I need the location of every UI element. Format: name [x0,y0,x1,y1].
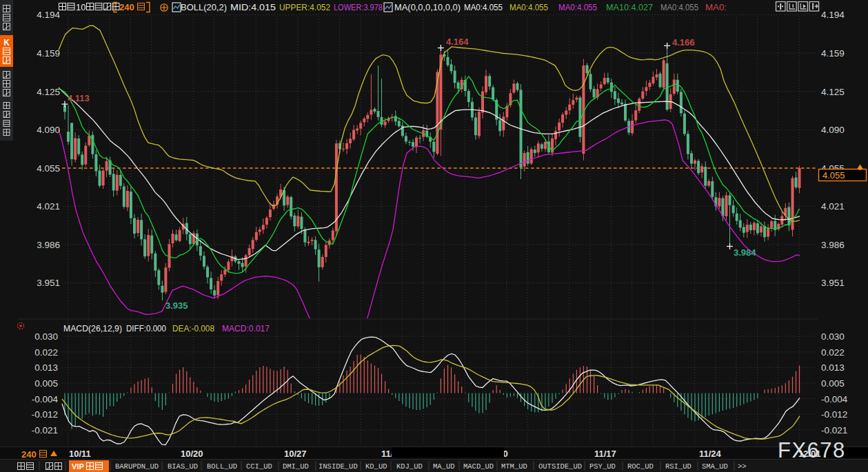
svg-text:240: 240 [119,2,134,12]
svg-text:4.090: 4.090 [821,125,845,135]
svg-text:MACD:0.017: MACD:0.017 [222,323,270,334]
svg-text:0.022: 0.022 [821,347,845,358]
svg-text:BARUPDN_UD: BARUPDN_UD [115,462,159,471]
svg-text:-0.021: -0.021 [32,425,58,435]
svg-text:MID:4.015: MID:4.015 [230,2,276,12]
svg-text:MA0:4.055: MA0:4.055 [509,2,548,12]
svg-text:4.125: 4.125 [37,87,60,97]
svg-text:0.022: 0.022 [34,347,58,358]
svg-text:MTM_UD: MTM_UD [501,462,527,471]
svg-text:0.013: 0.013 [34,362,58,373]
svg-text:RSI_UD: RSI_UD [665,462,692,471]
svg-text:11/17: 11/17 [594,449,616,459]
svg-text:3.986: 3.986 [821,240,845,250]
svg-text:4.159: 4.159 [821,48,845,59]
svg-text:INSIDE_UD: INSIDE_UD [319,462,358,471]
svg-text:BOLL_UD: BOLL_UD [207,462,237,471]
svg-text:SMA_UD: SMA_UD [702,462,728,471]
svg-text:10: 10 [76,2,85,12]
svg-text:UPPER:4.052: UPPER:4.052 [279,2,330,12]
svg-text:KDJ_UD: KDJ_UD [396,462,423,471]
svg-text:10/27: 10/27 [284,449,307,459]
svg-text:-0.012: -0.012 [32,409,58,420]
svg-text:3.951: 3.951 [821,278,845,288]
svg-text:MA_UD: MA_UD [433,462,455,471]
svg-text:KD_UD: KD_UD [365,462,387,471]
svg-text:0.030: 0.030 [821,331,845,342]
svg-text:OUTSIDE_UD: OUTSIDE_UD [538,462,582,471]
svg-text:VIP: VIP [72,462,84,471]
svg-text:-0.004: -0.004 [32,394,59,404]
svg-text:-0.021: -0.021 [821,425,847,435]
svg-text:4.164: 4.164 [446,37,469,47]
svg-text:CCI_UD: CCI_UD [246,462,272,471]
svg-text:4.166: 4.166 [672,37,695,48]
svg-text:11/24: 11/24 [699,449,722,459]
svg-text:4.021: 4.021 [821,201,845,212]
svg-text:MA0:4.055: MA0:4.055 [464,2,503,12]
svg-text:3.935: 3.935 [165,300,188,311]
svg-text:-0.012: -0.012 [821,409,847,420]
svg-text:ROC_UD: ROC_UD [627,462,654,471]
svg-text:MACD(26,12,9): MACD(26,12,9) [63,323,122,334]
svg-text:MA10:4.027: MA10:4.027 [606,2,653,12]
svg-text:10/11: 10/11 [69,449,91,459]
svg-text:3.986: 3.986 [37,240,60,250]
svg-text:LOWER:3.978: LOWER:3.978 [334,2,383,12]
svg-text:DMI_UD: DMI_UD [283,462,309,471]
svg-text:PSY_UD: PSY_UD [589,462,616,471]
svg-text:4.090: 4.090 [37,125,60,135]
svg-text:K: K [3,38,10,48]
svg-text:4.021: 4.021 [37,201,60,212]
svg-text:MACD_UD: MACD_UD [463,462,494,471]
svg-text:-0.004: -0.004 [821,394,848,404]
svg-text:4.194: 4.194 [821,10,845,20]
svg-text:4.125: 4.125 [821,87,845,97]
svg-text:0.005: 0.005 [821,378,845,389]
svg-text:MA0:4.055: MA0:4.055 [660,2,698,12]
svg-text:DIFF:0.000: DIFF:0.000 [126,323,166,334]
svg-text:10/20: 10/20 [181,449,203,459]
svg-text:4.194: 4.194 [37,10,60,20]
svg-text:0.013: 0.013 [821,362,845,373]
svg-text:3.951: 3.951 [37,278,60,288]
svg-text:MA(0,0,0,10,0,0): MA(0,0,0,10,0,0) [394,2,461,12]
svg-text:4.055: 4.055 [37,163,60,174]
svg-text:240: 240 [21,449,37,460]
svg-text:DEA:-0.008: DEA:-0.008 [172,323,214,334]
svg-text:MA0:: MA0: [705,2,727,12]
svg-text:0.005: 0.005 [34,378,58,389]
svg-text:BIAS_UD: BIAS_UD [168,462,198,471]
svg-text:4.159: 4.159 [37,48,60,59]
svg-text:4.055: 4.055 [822,170,845,181]
svg-text:FX678: FX678 [778,438,846,462]
svg-text:MA0:4.055: MA0:4.055 [558,2,597,12]
svg-text:>>: >> [738,462,747,471]
svg-text:0.030: 0.030 [34,331,58,342]
svg-text:BOLL(20,2): BOLL(20,2) [181,2,227,12]
svg-text:4.113: 4.113 [68,93,90,103]
svg-text:3.984: 3.984 [734,247,756,258]
